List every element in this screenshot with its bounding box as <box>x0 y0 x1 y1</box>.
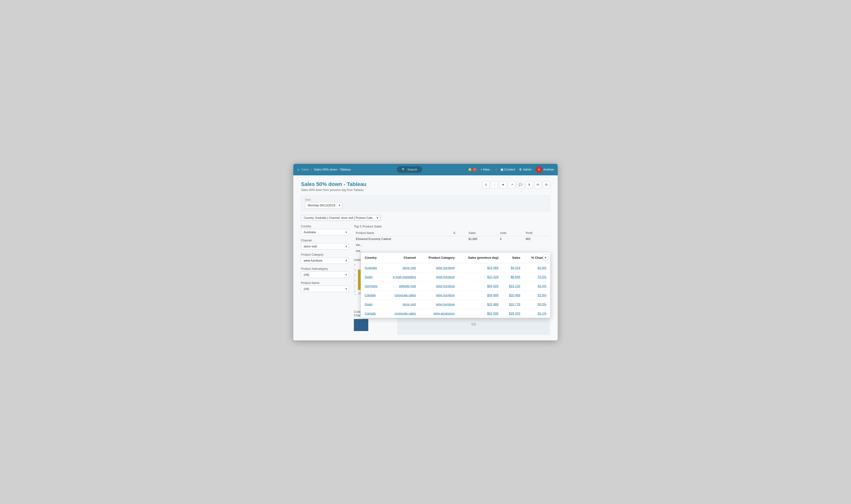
email-button[interactable]: ✉ <box>534 181 541 188</box>
notifications-item[interactable]: 🔔 1 <box>468 168 477 172</box>
profit-cell: 863 <box>524 236 550 242</box>
active-filter-chip[interactable]: Country: Australia | Channel: store visi… <box>301 215 381 221</box>
new-button[interactable]: + New... <box>481 168 492 171</box>
overlay-table-cell[interactable]: $6,695 <box>502 272 524 281</box>
nav-left: ⌂ Sales / Sales 50% down - Tableau <box>297 167 351 172</box>
overlay-table-cell[interactable]: $64,929 <box>459 281 502 290</box>
overlay-table-cell[interactable]: 70.0% <box>524 272 550 281</box>
date-select[interactable]: Monday 08/13/2018 <box>305 202 342 209</box>
user-nav[interactable]: A Andrew <box>536 166 554 173</box>
overlay-table-cell[interactable]: corporate sales <box>384 309 420 318</box>
y-axis: 5 4 3 2 1 0 <box>354 264 356 294</box>
overlay-table-cell[interactable]: wine accessory <box>420 309 459 318</box>
overlay-table-cell[interactable]: $15,778 <box>502 300 524 309</box>
top5-title: Top 5 Product Sales <box>354 224 550 228</box>
search-label: Search <box>407 168 417 171</box>
admin-nav[interactable]: ⚙ Admin <box>519 168 532 171</box>
table-row: Vin... <box>354 242 550 248</box>
overlay-table-cell[interactable]: $23,065 <box>459 263 502 272</box>
share-button[interactable]: ⋮ <box>491 181 498 188</box>
overlay-table: Country Channel Product Category Sales (… <box>361 252 550 318</box>
product-category-select-wrapper: wine furniture <box>301 257 349 264</box>
home-icon[interactable]: ⌂ <box>297 167 299 172</box>
settings-button[interactable]: ⚙ <box>543 181 550 188</box>
breadcrumb-separator: / <box>311 168 312 171</box>
product-subcategory-filter-group: Product Subcategory (All) <box>301 267 349 278</box>
overlay-table-cell[interactable]: 50.1% <box>524 309 550 318</box>
overlay-table-cell[interactable]: Spain <box>361 300 384 309</box>
sort-cell <box>451 242 467 248</box>
overlay-table-cell[interactable]: $4,019 <box>502 263 524 272</box>
overlay-table-cell[interactable]: 64.4% <box>524 281 550 290</box>
download-button[interactable]: ⬇ <box>525 181 533 188</box>
product-name-select[interactable]: (All) <box>301 286 349 292</box>
overlay-table-row: Spaine-mail marketingwine furniture$22,3… <box>361 272 550 281</box>
units-cell <box>498 242 524 248</box>
content-label: Content <box>504 168 516 171</box>
overlay-table-cell[interactable]: wine furniture <box>420 263 459 272</box>
overlay-table-cell[interactable]: $23,133 <box>502 281 524 290</box>
product-subcategory-select-wrapper: (All) <box>301 271 349 278</box>
scroll-up-button[interactable]: ▲ <box>542 254 548 260</box>
col-sort-icon[interactable]: ⇅ <box>451 230 467 236</box>
units-cell: 4 <box>498 236 524 242</box>
channel-filter-group: Channel store visit <box>301 239 349 250</box>
admin-label: Admin <box>523 168 532 171</box>
overlay-table-cell[interactable]: Canada <box>361 290 384 300</box>
col-sales: Sales <box>467 230 498 236</box>
overlay-table-cell[interactable]: wine furniture <box>420 290 459 300</box>
breadcrumb-sep: Sales <box>301 168 309 171</box>
search-bar[interactable]: 🔍 Search <box>397 166 422 173</box>
overlay-table-cell[interactable]: wine furniture <box>420 272 459 281</box>
overlay-table-cell[interactable]: Canada <box>361 309 384 318</box>
overlay-table-cell[interactable]: Germany <box>361 281 384 290</box>
overlay-table-cell[interactable]: 82.6% <box>524 263 550 272</box>
product-subcategory-select[interactable]: (All) <box>301 271 349 278</box>
overlay-table-cell[interactable]: Australia <box>361 263 384 272</box>
star-button[interactable]: ★ <box>500 181 507 188</box>
overlay-table-cell[interactable]: $31,889 <box>459 300 502 309</box>
channel-select-wrapper: store visit <box>301 243 349 250</box>
product-name-select-wrapper: (All) <box>301 286 349 292</box>
country-filter-group: Country Australia <box>301 224 349 235</box>
page-title-area: Sales 50% down - Tableau Sales 50% down … <box>301 181 366 192</box>
overlay-table-cell[interactable]: Spain <box>361 272 384 281</box>
profit-cell <box>524 242 550 248</box>
overlay-table-cell[interactable]: wine furniture <box>420 300 459 309</box>
overlay-table-container: ▲ Country Channel Product Category Sales… <box>361 252 551 318</box>
country-select[interactable]: Australia <box>301 229 349 235</box>
nav-right: 🔔 1 + New... | ▣ Content ⚙ Admin A Andre… <box>468 166 554 173</box>
overlay-table-cell[interactable]: website visit <box>384 281 420 290</box>
sort-cell <box>451 236 467 242</box>
table-row: Elmwood Economy Cabinet $1,800 4 863 <box>354 236 550 242</box>
overlay-table-cell[interactable]: $26,203 <box>502 309 524 318</box>
overlay-table-cell[interactable]: 50.5% <box>524 300 550 309</box>
overlay-table-row: Canadacorporate saleswine furniture$54,9… <box>361 290 550 300</box>
info-button[interactable]: ℹ <box>482 181 489 188</box>
overlay-table-cell[interactable]: $54,989 <box>459 290 502 300</box>
overlay-table-cell[interactable]: wine furniture <box>420 281 459 290</box>
overlay-col-product-category: Product Category <box>420 252 459 263</box>
filter-dropdown-icon: ▾ <box>377 216 378 220</box>
overlay-table-cell[interactable]: $22,329 <box>459 272 502 281</box>
overlay-table-cell[interactable]: 62.8% <box>524 290 550 300</box>
content-nav[interactable]: ▣ Content <box>501 168 516 171</box>
comment-button[interactable]: 💬 <box>517 181 524 188</box>
country-filter-label: Country <box>301 224 349 228</box>
overlay-table-cell[interactable]: $52,500 <box>459 309 502 318</box>
overlay-col-channel: Channel <box>384 252 420 263</box>
user-label: Andrew <box>543 168 554 171</box>
overlay-table-cell[interactable]: $20,468 <box>502 290 524 300</box>
country-select-wrapper: Australia <box>301 229 349 235</box>
product-name-cell: Elmwood Economy Cabinet <box>354 236 451 242</box>
export-button[interactable]: ↗ <box>508 181 516 188</box>
overlay-table-cell[interactable]: store visit <box>384 263 420 272</box>
top5-table: Product Name ⇅ Sales Units Profit Elmwoo… <box>354 230 550 254</box>
overlay-table-cell[interactable]: corporate sales <box>384 290 420 300</box>
overlay-table-cell[interactable]: store visit <box>384 300 420 309</box>
channel-select[interactable]: store visit <box>301 243 349 250</box>
page-header: Sales 50% down - Tableau Sales 50% down … <box>301 181 550 192</box>
product-category-select[interactable]: wine furniture <box>301 257 349 264</box>
overlay-table-cell[interactable]: e-mail marketing <box>384 272 420 281</box>
col-units: Units <box>498 230 524 236</box>
